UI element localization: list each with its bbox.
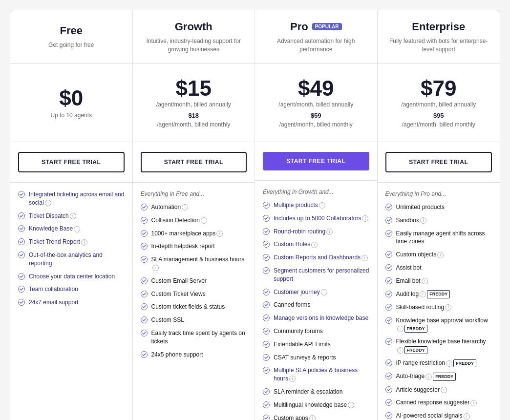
info-icon[interactable]: i [70, 213, 76, 219]
list-item: 1000+ marketplace appsi [141, 230, 247, 238]
plan-col-enterprise: EnterpriseFully featured with bots for e… [378, 10, 500, 420]
info-icon[interactable]: i [420, 217, 426, 224]
list-item: Canned response suggesteri [385, 399, 492, 407]
list-item: Custom Email Server [141, 277, 247, 285]
info-icon[interactable]: i [201, 217, 207, 224]
check-icon [263, 202, 270, 209]
plan-name-pro: ProPOPULAR [290, 21, 342, 33]
feature-text: Extendable API Limits [274, 340, 331, 349]
list-item: Custom Rolesi [263, 240, 369, 249]
list-item: Audit logiFREDDY [385, 290, 492, 298]
start-trial-button-growth[interactable]: START FREE TRIAL [141, 152, 247, 172]
plan-price-monthly-growth: $18 [188, 112, 199, 119]
plan-col-pro: ProPOPULARAdvanced automation for high p… [255, 10, 378, 420]
feature-text: Easily manage agent shifts across time z… [396, 230, 492, 246]
check-icon [18, 299, 25, 306]
info-icon[interactable]: i [397, 326, 404, 332]
freddy-badge: FREDDY [433, 373, 456, 381]
feature-text: Canned response suggesteri [396, 399, 477, 407]
feature-text: Ticket Trend Reporti [29, 238, 87, 246]
freddy-badge: FREDDY [427, 290, 450, 298]
info-icon[interactable]: i [74, 226, 80, 232]
check-icon [18, 286, 25, 293]
info-icon[interactable]: i [446, 360, 452, 367]
info-icon[interactable]: i [441, 387, 447, 393]
check-icon [385, 338, 392, 345]
feature-text: SLA management & business hoursi [151, 255, 247, 272]
check-icon [141, 256, 148, 263]
info-icon[interactable]: i [397, 347, 404, 354]
check-icon [141, 316, 148, 323]
feature-text: Easily track time spent by agents on tic… [151, 329, 247, 346]
info-icon[interactable]: i [81, 239, 87, 246]
plan-cta-enterprise: START FREE TRIAL [378, 142, 500, 183]
feature-text: Custom Reports and Dashboardsi [274, 253, 368, 262]
info-icon[interactable]: i [445, 304, 451, 311]
svg-point-34 [263, 415, 270, 420]
list-item: Easily track time spent by agents on tic… [141, 329, 247, 346]
info-icon[interactable]: i [321, 289, 327, 295]
info-icon[interactable]: i [289, 376, 296, 382]
info-icon[interactable]: i [45, 200, 51, 206]
feature-text: 24x7 email support [29, 298, 78, 307]
check-icon [141, 243, 148, 250]
info-icon[interactable]: i [319, 202, 325, 209]
plan-header-free: FreeGet going for free [10, 10, 132, 64]
info-icon[interactable]: i [425, 374, 432, 380]
plan-cta-free: START FREE TRIAL [10, 142, 132, 183]
plan-col-free: FreeGet going for free$0Up to 10 agentsS… [10, 10, 133, 420]
check-icon [263, 367, 270, 374]
list-item: Sandboxi [385, 216, 492, 225]
check-icon [385, 251, 392, 258]
plan-pricing-growth: $15/agent/month, billed annually$18/agen… [133, 64, 255, 142]
start-trial-button-pro[interactable]: START FREE TRIAL [263, 152, 369, 170]
info-icon[interactable]: i [216, 231, 223, 237]
list-item: Segment customers for personalized suppo… [263, 267, 369, 283]
info-icon[interactable]: i [362, 215, 368, 222]
check-icon [141, 217, 148, 224]
feature-text: 24x5 phone support [151, 351, 203, 359]
list-item: Automationi [141, 203, 247, 211]
plan-price-free: $0 [59, 87, 83, 109]
list-item: SLA management & business hoursi [141, 255, 247, 272]
info-icon[interactable]: i [361, 255, 368, 261]
start-trial-button-free[interactable]: START FREE TRIAL [18, 152, 125, 172]
check-icon [18, 225, 25, 232]
check-icon [263, 341, 270, 348]
check-icon [385, 217, 392, 224]
feature-text: Includes up to 5000 Collaboratorsi [274, 214, 368, 223]
plan-features-pro: Everything in Growth and...Multiple prod… [255, 181, 377, 420]
list-item: SLA reminder & escalation [263, 388, 369, 396]
check-icon [263, 228, 270, 235]
check-icon [141, 303, 148, 310]
plan-header-pro: ProPOPULARAdvanced automation for high p… [255, 10, 377, 64]
feature-text: Integrated ticketing across email and so… [29, 190, 125, 207]
plan-desc-enterprise: Fully featured with bots for enterprise-… [385, 37, 492, 54]
info-icon[interactable]: i [437, 252, 444, 258]
start-trial-button-enterprise[interactable]: START FREE TRIAL [385, 152, 492, 172]
feature-text: Article suggesteri [396, 386, 447, 394]
info-icon[interactable]: i [311, 242, 318, 248]
info-icon[interactable]: i [348, 402, 354, 408]
check-icon [385, 277, 392, 284]
list-item: 24x5 phone support [141, 351, 247, 359]
list-item: AI-powered social signalsi [385, 412, 492, 420]
feature-text: Custom ticket fields & status [151, 303, 225, 311]
feature-text: Choose your data center location [29, 273, 115, 281]
check-icon [141, 330, 148, 336]
feature-text: Customer journeyi [274, 288, 327, 296]
info-icon[interactable]: i [464, 413, 470, 420]
info-icon[interactable]: i [422, 278, 428, 284]
info-icon[interactable]: i [309, 415, 316, 420]
feature-text: AI-powered social signalsi [396, 412, 470, 420]
plan-price-pro: $49 [298, 78, 334, 99]
info-icon[interactable]: i [326, 229, 333, 235]
info-icon[interactable]: i [470, 400, 477, 406]
feature-text: 1000+ marketplace appsi [151, 230, 223, 238]
info-icon[interactable]: i [182, 204, 188, 210]
plan-name-free: Free [60, 24, 83, 37]
info-icon[interactable]: i [420, 291, 426, 297]
plan-billing-annual-pro: /agent/month, billed annually [278, 101, 353, 108]
info-icon[interactable]: i [152, 265, 159, 271]
feature-text: Assist bot [396, 264, 422, 272]
